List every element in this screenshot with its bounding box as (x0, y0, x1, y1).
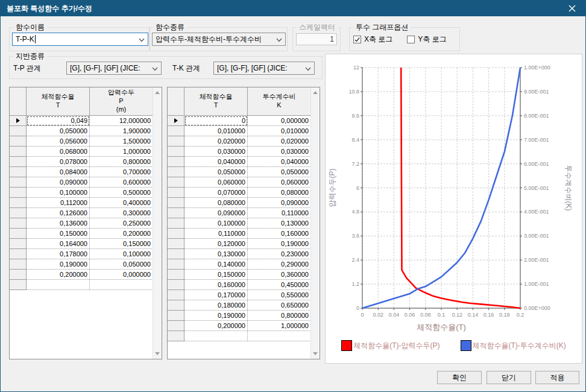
table-cell[interactable]: 0,090000 (184, 208, 248, 218)
table-cell[interactable]: 0,060000 (184, 177, 248, 188)
titlebar[interactable]: 불포화 특성함수 추가/수정 (1, 1, 585, 16)
table-cell[interactable]: 0,190000 (248, 239, 311, 249)
row-selector[interactable] (168, 311, 184, 321)
tp-table-scrollbar[interactable] (153, 87, 162, 359)
chevron-down-icon[interactable] (305, 67, 311, 71)
chevron-down-icon[interactable] (152, 67, 158, 71)
table-cell[interactable]: 0,050000 (27, 126, 90, 136)
table-cell[interactable]: 0,200000 (27, 270, 90, 280)
row-selector[interactable] (168, 208, 184, 218)
row-selector[interactable] (168, 321, 184, 331)
row-selector[interactable] (168, 239, 184, 249)
row-selector[interactable] (168, 290, 184, 300)
ok-button[interactable]: 확인 (437, 371, 482, 384)
table-cell[interactable]: 0,500000 (90, 188, 153, 198)
table-cell[interactable]: 0,000000 (248, 116, 311, 126)
table-cell[interactable]: 0,050000 (184, 167, 248, 177)
row-selector[interactable] (10, 167, 27, 177)
table-cell[interactable]: 0,130000 (248, 218, 311, 229)
row-selector[interactable] (168, 300, 184, 311)
table-cell[interactable]: 0,040000 (184, 157, 248, 167)
row-selector[interactable] (10, 280, 27, 290)
row-selector[interactable] (168, 177, 184, 188)
row-selector[interactable] (168, 249, 184, 259)
row-selector[interactable] (168, 259, 184, 270)
table-cell[interactable]: 0,178000 (27, 249, 90, 259)
table-cell[interactable]: 0,126000 (27, 208, 90, 218)
checkbox-checked-icon[interactable] (353, 36, 361, 43)
row-selector[interactable] (168, 331, 184, 341)
table-cell[interactable]: 0,030000 (248, 147, 311, 157)
table-cell[interactable]: 0,130000 (184, 249, 248, 259)
table-cell[interactable]: 0,650000 (248, 300, 311, 311)
row-selector[interactable] (10, 259, 27, 270)
table-cell[interactable]: 0,164000 (27, 239, 90, 249)
table-cell[interactable]: 1,500000 (90, 136, 153, 147)
table-cell[interactable]: 0,100000 (27, 188, 90, 198)
close-button-bottom[interactable]: 닫기 (487, 371, 531, 384)
table-cell[interactable]: 0,290000 (248, 259, 311, 270)
function-name-combobox[interactable]: T-P-K (12, 33, 148, 46)
table-cell[interactable]: 0,070000 (184, 188, 248, 198)
table-cell[interactable]: 0,049 (27, 116, 90, 126)
scroll-down-icon[interactable] (155, 352, 160, 355)
row-selector[interactable] (168, 188, 184, 198)
table-cell[interactable] (184, 331, 248, 341)
table-cell[interactable]: 0,150000 (184, 270, 248, 280)
table-cell[interactable]: 0,050000 (248, 167, 311, 177)
row-selector[interactable] (10, 239, 27, 249)
table-cell[interactable]: 0,450000 (248, 280, 311, 290)
table-cell[interactable]: 0,400000 (90, 198, 153, 208)
apply-button[interactable]: 적용 (535, 371, 579, 384)
table-cell[interactable]: 0,010000 (248, 126, 311, 136)
table-cell[interactable]: 0,160000 (248, 229, 311, 239)
row-selector[interactable] (10, 218, 27, 229)
y-log-checkbox[interactable]: Y축 로그 (407, 34, 446, 45)
table-cell[interactable]: 0,600000 (90, 177, 153, 188)
table-cell[interactable]: 1,900000 (90, 126, 153, 136)
table-cell[interactable]: 0 (184, 116, 248, 126)
scroll-up-icon[interactable] (313, 91, 318, 94)
table-cell[interactable]: 0,060000 (248, 177, 311, 188)
scroll-down-icon[interactable] (313, 352, 318, 355)
table-cell[interactable]: 0,200000 (90, 229, 153, 239)
table-cell[interactable] (248, 331, 311, 341)
table-cell[interactable]: 0,800000 (248, 311, 311, 321)
table-cell[interactable]: 0,080000 (248, 188, 311, 198)
table-cell[interactable]: 0,120000 (184, 239, 248, 249)
tk-relation-combobox[interactable]: [G], [G-F], [GF] (JICE: (213, 62, 315, 75)
table-cell[interactable]: 0,110000 (184, 229, 248, 239)
table-cell[interactable]: 0,190000 (27, 259, 90, 270)
table-cell[interactable]: 12,000000 (90, 116, 153, 126)
table-cell[interactable]: 0,078000 (27, 157, 90, 167)
table-cell[interactable]: 0,550000 (248, 290, 311, 300)
table-cell[interactable]: 0,150000 (27, 229, 90, 239)
row-selector[interactable] (168, 136, 184, 147)
row-selector[interactable] (168, 229, 184, 239)
row-selector[interactable] (10, 198, 27, 208)
table-cell[interactable]: 0,360000 (248, 270, 311, 280)
table-cell[interactable]: 0,020000 (184, 136, 248, 147)
row-selector[interactable] (168, 157, 184, 167)
row-selector[interactable] (10, 136, 27, 147)
row-selector[interactable] (168, 280, 184, 290)
table-cell[interactable]: 0,110000 (248, 208, 311, 218)
row-selector[interactable] (168, 126, 184, 136)
table-cell[interactable]: 0,010000 (184, 126, 248, 136)
row-selector[interactable] (10, 126, 27, 136)
tk-table-scrollbar[interactable] (310, 87, 320, 359)
table-cell[interactable] (90, 280, 153, 290)
table-cell[interactable]: 0,150000 (90, 239, 153, 249)
table-cell[interactable]: 0,050000 (90, 259, 153, 270)
row-selector[interactable] (168, 116, 184, 126)
x-log-checkbox[interactable]: X축 로그 (353, 34, 392, 45)
table-cell[interactable]: 0,100000 (90, 249, 153, 259)
checkbox-unchecked-icon[interactable] (407, 36, 415, 43)
table-cell[interactable]: 0,030000 (184, 147, 248, 157)
table-cell[interactable]: 0,112000 (27, 198, 90, 208)
row-selector[interactable] (168, 167, 184, 177)
table-cell[interactable]: 0,068000 (27, 147, 90, 157)
table-cell[interactable]: 0,040000 (248, 157, 311, 167)
tp-relation-combobox[interactable]: [G], [G-F], [GF] (JICE: (66, 62, 162, 75)
table-cell[interactable]: 0,800000 (90, 157, 153, 167)
